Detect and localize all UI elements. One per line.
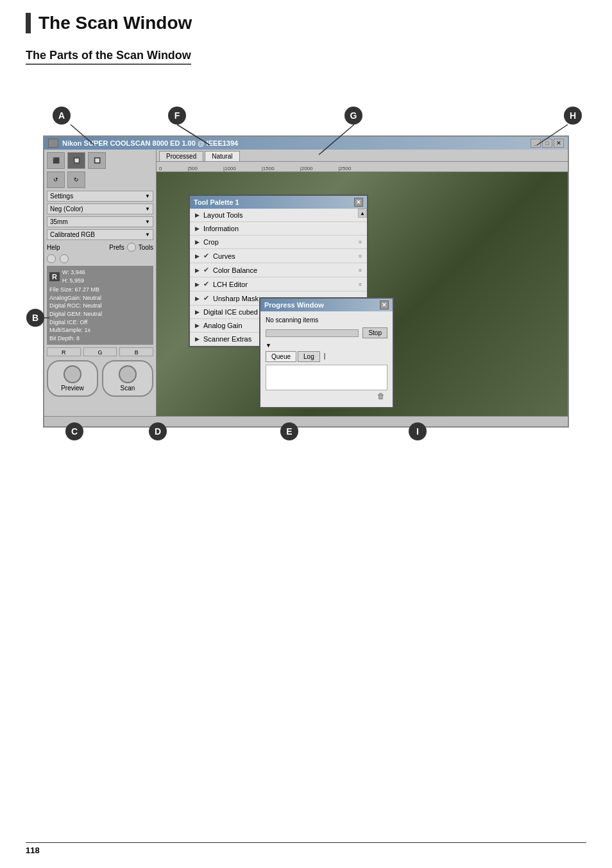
ruler-1000: |1000 bbox=[223, 166, 236, 171]
palette-crop[interactable]: ▶ Crop ≡ bbox=[190, 236, 367, 249]
palette-item-left-1: ▶ Information bbox=[195, 225, 239, 232]
natural-tab[interactable]: Natural bbox=[205, 151, 239, 161]
palette-close-button[interactable]: ✕ bbox=[354, 198, 363, 207]
progress-tabs: Queue Log | bbox=[266, 351, 387, 362]
settings-arrow: ▼ bbox=[145, 193, 150, 199]
tool-icon-4[interactable]: ↺ bbox=[47, 171, 65, 188]
progress-bar-area: Stop bbox=[266, 327, 387, 338]
palette-label-7: Digital ICE cubed bbox=[203, 308, 258, 316]
info-box-header: R W: 3,946 H: 5,959 bbox=[49, 268, 151, 284]
settings-dropdown[interactable]: Settings ▼ bbox=[47, 191, 153, 202]
calibrated-rgb-label: Calibrated RGB bbox=[50, 231, 95, 238]
settings-label: Settings bbox=[50, 193, 73, 200]
palette-label-1: Information bbox=[203, 225, 239, 232]
ruler-marks: 0 |500 |1000 |1500 |2000 |2500 bbox=[157, 162, 568, 171]
processed-tab[interactable]: Processed bbox=[159, 151, 203, 161]
annotation-D: D bbox=[149, 422, 167, 440]
trash-icon[interactable]: 🗑 bbox=[266, 390, 387, 402]
file-size: File Size: 67.27 MB bbox=[49, 286, 151, 294]
palette-lch-editor[interactable]: ▶ ✔ LCH Editor ≡ bbox=[190, 277, 367, 291]
annotation-I: I bbox=[409, 422, 427, 440]
log-tab[interactable]: Log bbox=[298, 351, 320, 362]
arrow-4: ▶ bbox=[195, 267, 200, 273]
minimize-button[interactable]: _ bbox=[531, 139, 541, 148]
ruler-1500: |1500 bbox=[262, 166, 275, 171]
progress-titlebar: Progress Window ✕ bbox=[260, 299, 393, 311]
calibrated-rgb-dropdown[interactable]: Calibrated RGB ▼ bbox=[47, 229, 153, 240]
tool-icon-3[interactable]: 🔲 bbox=[88, 152, 106, 169]
toolbar-row-2: ↺ ↻ bbox=[47, 171, 153, 188]
ruler-2000: |2000 bbox=[300, 166, 313, 171]
progress-content: No scanning items Stop ▼ bbox=[260, 311, 393, 407]
arrow-5: ▶ bbox=[195, 281, 200, 288]
help-label[interactable]: Help bbox=[47, 244, 60, 251]
titlebar-left: Nikon SUPER COOLSCAN 8000 ED 1.00 @ IEEE… bbox=[48, 139, 238, 148]
width-info: W: 3,946 bbox=[62, 268, 85, 277]
film-size-dropdown[interactable]: 35mm ▼ bbox=[47, 216, 153, 227]
calibrated-rgb-arrow: ▼ bbox=[145, 232, 150, 238]
tool-icon-2[interactable]: 🔲 bbox=[67, 152, 85, 169]
progress-close-button[interactable]: ✕ bbox=[380, 300, 389, 309]
close-button[interactable]: ✕ bbox=[554, 139, 564, 148]
page-container: The Scan Window The Parts of the Scan Wi… bbox=[0, 0, 612, 868]
palette-information[interactable]: ▶ Information bbox=[190, 222, 367, 236]
palette-item-left-3: ▶ ✔ Curves bbox=[195, 252, 235, 260]
titlebar-buttons[interactable]: _ □ ✕ bbox=[531, 139, 564, 148]
progress-status: No scanning items bbox=[266, 317, 387, 324]
check-3: ✔ bbox=[203, 252, 209, 260]
arrow-2: ▶ bbox=[195, 239, 200, 245]
scroll-up[interactable]: ▲ bbox=[358, 209, 367, 218]
arrow-1: ▶ bbox=[195, 225, 200, 232]
tool-icon-5[interactable]: ↻ bbox=[67, 171, 85, 188]
palette-color-balance[interactable]: ▶ ✔ Color Balance ≡ bbox=[190, 263, 367, 277]
palette-item-left-0: ▶ Layout Tools bbox=[195, 211, 243, 219]
tool-icon-1[interactable]: ⬛ bbox=[47, 152, 65, 169]
prefs-radio[interactable] bbox=[127, 243, 136, 252]
scan-label: Scan bbox=[121, 385, 135, 392]
annotation-A: A bbox=[53, 107, 71, 125]
stop-button[interactable]: Stop bbox=[362, 327, 387, 338]
info-box: R W: 3,946 H: 5,959 File Size: 67.27 MB … bbox=[47, 266, 153, 345]
palette-item-left-7: ▶ Digital ICE cubed bbox=[195, 308, 258, 316]
diagram-container: A F G H Nikon SUPER COOLSCAN 8000 ED 1.0… bbox=[30, 103, 582, 428]
maximize-button[interactable]: □ bbox=[542, 139, 552, 148]
radio-1[interactable] bbox=[47, 254, 56, 263]
annotation-F: F bbox=[168, 107, 186, 125]
palette-label-0: Layout Tools bbox=[203, 211, 243, 219]
r-badge: R bbox=[49, 272, 60, 281]
film-size-arrow: ▼ bbox=[145, 219, 150, 225]
queue-tab[interactable]: Queue bbox=[266, 351, 296, 362]
arrow-6: ▶ bbox=[195, 295, 200, 302]
palette-item-left-2: ▶ Crop bbox=[195, 238, 219, 246]
scroll-4: ≡ bbox=[359, 267, 362, 273]
preview-button[interactable]: Preview bbox=[47, 360, 98, 397]
annotation-C: C bbox=[65, 422, 83, 440]
palette-layout-tools[interactable]: ▶ Layout Tools bbox=[190, 209, 367, 222]
ruler-0: 0 bbox=[159, 166, 162, 171]
page-footer: 118 bbox=[26, 842, 586, 855]
scan-button[interactable]: Scan bbox=[102, 360, 153, 397]
film-size-label: 35mm bbox=[50, 218, 68, 225]
digital-ice: Digital ICE: Off bbox=[49, 318, 151, 327]
annotation-G: G bbox=[344, 107, 362, 125]
canvas-with-ruler: 500 1000 1500 2000 2500 3000 3500 4000 bbox=[157, 172, 568, 416]
progress-bar bbox=[266, 329, 359, 337]
arrow-3: ▶ bbox=[195, 253, 200, 259]
ruler-500: |500 bbox=[187, 166, 197, 171]
r-swatch: R bbox=[47, 347, 81, 356]
radio-2[interactable] bbox=[60, 254, 69, 263]
palette-curves[interactable]: ▶ ✔ Curves ≡ bbox=[190, 249, 367, 263]
page-title: The Scan Window bbox=[38, 13, 192, 33]
annotation-B: B bbox=[26, 309, 44, 327]
rgb-bar: R G B bbox=[47, 347, 153, 356]
g-swatch: G bbox=[83, 347, 117, 356]
queue-area bbox=[266, 365, 387, 390]
neg-color-dropdown[interactable]: Neg (Color) ▼ bbox=[47, 204, 153, 214]
main-content: ⬛ 🔲 🔲 ↺ ↻ Settings ▼ Neg (Color) bbox=[44, 150, 568, 416]
palette-label-8: Analog Gain bbox=[203, 322, 242, 329]
neg-color-arrow: ▼ bbox=[145, 206, 150, 212]
prefs-label[interactable]: Prefs bbox=[109, 244, 124, 251]
annotation-H: H bbox=[564, 107, 582, 125]
tools-label[interactable]: Tools bbox=[139, 244, 153, 251]
palette-item-left-5: ▶ ✔ LCH Editor bbox=[195, 280, 248, 288]
